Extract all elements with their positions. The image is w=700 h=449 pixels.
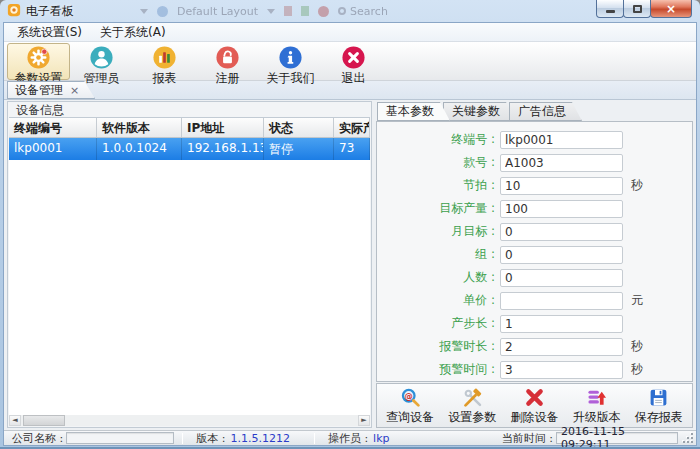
toolbar-label: 管理员 [84, 72, 120, 85]
report-chart-icon [153, 46, 176, 72]
set-params-button[interactable]: 设置参数 [441, 387, 503, 424]
horizontal-scrollbar[interactable]: ◄ ► [9, 415, 370, 426]
exit-icon [342, 46, 365, 72]
close-icon: × [666, 2, 676, 16]
close-tab-icon[interactable]: × [70, 84, 79, 97]
takt-field[interactable] [500, 177, 623, 195]
warning-time-field[interactable] [500, 361, 623, 379]
search-icon [338, 7, 346, 15]
table-row[interactable]: lkp0001 1.0.0.1024 192.168.1.131 暂停 73 [9, 138, 370, 160]
group-field[interactable] [500, 246, 623, 264]
step-field[interactable] [500, 315, 623, 333]
maximize-button[interactable] [623, 0, 651, 18]
field-unit: 秒 [631, 338, 643, 355]
status-bar: 公司名称 : 版本 : 1.1.5.1212 操作员 : lkp 当前时间 : … [4, 430, 696, 445]
toolbar-button-about[interactable]: 关于我们 [259, 43, 322, 80]
toolbar-button-admin[interactable]: 管理员 [70, 43, 133, 80]
field-label: 人数 : [377, 269, 495, 286]
main-toolbar: 参数设置 管理员 报表 注册 [4, 42, 696, 81]
toolbar-label: 退出 [342, 72, 366, 85]
statusbar-divider [182, 433, 183, 444]
save-report-button[interactable]: 保存报表 [628, 387, 690, 424]
query-device-button[interactable]: @ 查询设备 [379, 387, 441, 424]
scroll-left-arrow[interactable]: ◄ [9, 415, 21, 426]
close-button[interactable]: × [650, 0, 692, 18]
doc-tab-label: 设备管理 [15, 82, 63, 99]
maximize-icon [633, 5, 642, 13]
field-unit-price: 单价 : 元 [377, 289, 692, 312]
target-output-field[interactable] [500, 200, 623, 218]
ghost-icon [301, 6, 309, 16]
unit-price-field[interactable] [500, 292, 623, 310]
column-header-ip[interactable]: IP地址 [182, 118, 264, 137]
company-label: 公司名称 : [12, 431, 63, 446]
field-takt: 节拍 : 秒 [377, 174, 692, 197]
field-label: 产步长 : [377, 315, 495, 332]
field-unit: 秒 [631, 177, 643, 194]
terminal-field[interactable] [500, 131, 623, 149]
menu-system-settings[interactable]: 系统设置(S) [8, 22, 91, 43]
menu-about-system[interactable]: 关于系统(A) [91, 22, 175, 43]
action-label: 升级版本 [573, 411, 621, 424]
style-no-field[interactable] [500, 154, 623, 172]
column-header-status[interactable]: 状态 [264, 118, 334, 137]
monthly-target-field[interactable] [500, 223, 623, 241]
save-report-icon [648, 387, 669, 411]
field-group: 组 : [377, 243, 692, 266]
upgrade-version-icon [586, 387, 607, 411]
field-label: 单价 : [377, 292, 495, 309]
action-label: 保存报表 [635, 411, 683, 424]
tab-basic-params[interactable]: 基本参数 [377, 102, 450, 121]
version-label: 版本 : [196, 431, 225, 446]
delete-device-icon [524, 387, 545, 411]
title-bar[interactable]: 电子看板 Default Layout Search × [0, 0, 700, 22]
upgrade-version-button[interactable]: 升级版本 [566, 387, 628, 424]
toolbar-label: 注册 [216, 72, 240, 85]
scroll-right-arrow[interactable]: ► [358, 415, 370, 426]
table-header-row: 终端编号 软件版本 IP地址 状态 实际产量 [9, 118, 370, 138]
minimize-icon [606, 10, 615, 13]
register-lock-icon [216, 46, 239, 72]
svg-text:@: @ [404, 391, 412, 401]
admin-user-icon [90, 46, 113, 72]
current-time-label: 当前时间 : [502, 431, 553, 446]
tab-device-management[interactable]: 设备管理 × [7, 81, 95, 99]
tab-key-params[interactable]: 关键参数 [443, 102, 516, 121]
resize-grip[interactable] [683, 433, 693, 443]
version-value: 1.1.5.1212 [230, 432, 289, 445]
toolbar-label: 报表 [153, 72, 177, 85]
field-unit: 元 [631, 292, 643, 309]
about-info-icon [279, 46, 302, 72]
app-window: 电子看板 Default Layout Search × 系统设置(S) 关于系… [0, 0, 700, 449]
minimize-button[interactable] [596, 0, 624, 18]
device-table: 终端编号 软件版本 IP地址 状态 实际产量 lkp0001 1.0.0.102… [9, 117, 370, 415]
toolbar-button-register[interactable]: 注册 [196, 43, 259, 80]
delete-device-button[interactable]: 删除设备 [503, 387, 565, 424]
operator-value: lkp [373, 432, 389, 445]
search-device-icon: @ [400, 387, 421, 411]
column-header-terminal[interactable]: 终端编号 [9, 118, 97, 137]
field-label: 终端号 : [377, 131, 495, 148]
field-work-time: 上班时间 : ▼ [377, 381, 692, 382]
field-label: 目标产量 : [377, 200, 495, 217]
scrollbar-thumb[interactable] [23, 415, 65, 426]
alarm-duration-field[interactable] [500, 338, 623, 356]
column-header-version[interactable]: 软件版本 [97, 118, 182, 137]
device-info-panel: 设备信息 终端编号 软件版本 IP地址 状态 实际产量 lkp0001 1.0.… [7, 101, 372, 428]
action-label: 设置参数 [448, 411, 496, 424]
cell-ip: 192.168.1.131 [182, 138, 264, 160]
column-header-output[interactable]: 实际产量 [334, 118, 370, 137]
toolbar-button-exit[interactable]: 退出 [322, 43, 385, 80]
field-target-output: 目标产量 : [377, 197, 692, 220]
tab-ad-info[interactable]: 广告信息 [509, 102, 582, 121]
client-area: 系统设置(S) 关于系统(A) 参数设置 管理员 报表 [3, 22, 697, 446]
app-icon [7, 3, 21, 20]
toolbar-button-report[interactable]: 报表 [133, 43, 196, 80]
ghost-search-label: Search [350, 5, 388, 18]
params-tabstrip: 基本参数 关键参数 广告信息 [376, 101, 693, 121]
field-style-no: 款号 : [377, 151, 692, 174]
people-count-field[interactable] [500, 269, 623, 287]
toolbar-button-param-settings[interactable]: 参数设置 [7, 43, 70, 80]
field-label: 报警时长 : [377, 338, 495, 355]
field-warning-time: 预警时间 : 秒 [377, 358, 692, 381]
